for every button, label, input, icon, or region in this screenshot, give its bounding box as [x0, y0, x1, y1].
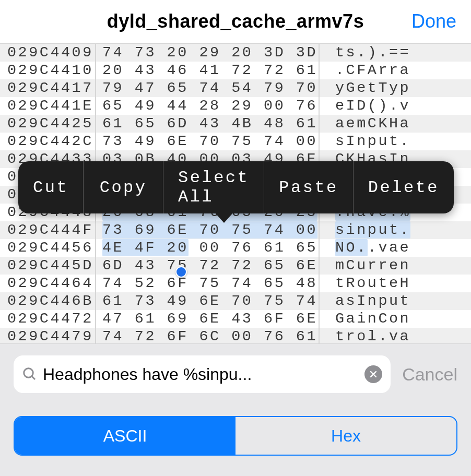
address-cell: 029C446B	[0, 292, 96, 310]
search-icon	[22, 366, 38, 382]
ascii-cell[interactable]: asInput	[320, 292, 410, 310]
page-title: dyld_shared_cache_armv7s	[107, 10, 364, 32]
paste-menu-item[interactable]: Paste	[264, 161, 353, 213]
address-cell: 029C4417	[0, 79, 96, 97]
address-cell: 029C4464	[0, 275, 96, 292]
hex-bytes-cell[interactable]: 4E 4F 20 00 76 61 65	[96, 239, 320, 257]
ascii-cell[interactable]: trol.va	[320, 328, 410, 343]
segment-ascii[interactable]: ASCII	[15, 417, 236, 455]
address-cell: 029C441E	[0, 97, 96, 115]
ascii-cell[interactable]: NO..vae	[320, 239, 410, 257]
address-cell: 029C4479	[0, 328, 96, 343]
hex-row[interactable]: 029C447974 72 6F 6C 00 76 61trol.va	[0, 328, 471, 343]
hex-row[interactable]: 029C445D6D 43 75 72 72 65 6EmCurren	[0, 257, 471, 275]
search-field-container[interactable]: Headphones have %sinpu...	[14, 355, 391, 393]
done-button[interactable]: Done	[411, 10, 456, 32]
svg-point-0	[24, 368, 33, 378]
address-cell: 029C4410	[0, 62, 96, 79]
svg-line-1	[32, 376, 35, 379]
hex-bytes-cell[interactable]: 73 49 6E 70 75 74 00	[96, 133, 320, 150]
hex-row[interactable]: 029C44564E 4F 20 00 76 61 65NO..vae	[0, 239, 471, 257]
context-menu-tail	[215, 212, 233, 223]
address-cell: 029C4456	[0, 239, 96, 257]
hex-bytes-cell[interactable]: 47 61 69 6E 43 6F 6E	[96, 310, 320, 328]
hex-row[interactable]: 029C444F73 69 6E 70 75 74 00sinput.	[0, 221, 471, 239]
hex-bytes-cell[interactable]: 6D 43 75 72 72 65 6E	[96, 257, 320, 275]
ascii-cell[interactable]: sInput.	[320, 133, 410, 150]
ascii-cell[interactable]: sinput.	[320, 221, 410, 239]
ascii-cell[interactable]: tRouteH	[320, 275, 410, 292]
ascii-cell[interactable]: .CFArra	[320, 62, 410, 79]
hex-bytes-cell[interactable]: 61 65 6D 43 4B 48 61	[96, 115, 320, 133]
clear-search-button[interactable]	[364, 365, 382, 383]
ascii-cell[interactable]: aemCKHa	[320, 115, 410, 133]
encoding-segmented-control: ASCII Hex	[14, 416, 457, 456]
cut-menu-item[interactable]: Cut	[18, 161, 83, 213]
delete-menu-item[interactable]: Delete	[353, 161, 454, 213]
hex-bytes-cell[interactable]: 79 47 65 74 54 79 70	[96, 79, 320, 97]
hex-viewer[interactable]: 029C440974 73 20 29 20 3D 3Dts.).==029C4…	[0, 43, 471, 343]
hex-bytes-cell[interactable]: 65 49 44 28 29 00 76	[96, 97, 320, 115]
hex-bytes-cell[interactable]: 74 72 6F 6C 00 76 61	[96, 328, 320, 343]
hex-row[interactable]: 029C440974 73 20 29 20 3D 3Dts.).==	[0, 44, 471, 62]
segment-hex[interactable]: Hex	[236, 417, 456, 455]
hex-row[interactable]: 029C441779 47 65 74 54 79 70yGetTyp	[0, 79, 471, 97]
address-cell: 029C4409	[0, 44, 96, 62]
hex-row[interactable]: 029C442C73 49 6E 70 75 74 00sInput.	[0, 133, 471, 150]
hex-bytes-cell[interactable]: 74 73 20 29 20 3D 3D	[96, 44, 320, 62]
hex-bytes-cell[interactable]: 74 52 6F 75 74 65 48	[96, 275, 320, 292]
hex-row[interactable]: 029C447247 61 69 6E 43 6F 6EGainCon	[0, 310, 471, 328]
address-cell: 029C442C	[0, 133, 96, 150]
ascii-cell[interactable]: mCurren	[320, 257, 410, 275]
hex-row[interactable]: 029C446474 52 6F 75 74 65 48tRouteH	[0, 275, 471, 292]
address-cell: 029C445D	[0, 257, 96, 275]
search-row: Headphones have %sinpu... Cancel	[14, 355, 457, 393]
context-menu: Cut Copy Select All Paste Delete	[18, 161, 454, 213]
ascii-cell[interactable]: eID().v	[320, 97, 410, 115]
hex-bytes-cell[interactable]: 73 69 6E 70 75 74 00	[96, 221, 320, 239]
hex-row[interactable]: 029C441E65 49 44 28 29 00 76eID().v	[0, 97, 471, 115]
selection-handle[interactable]	[175, 266, 187, 278]
hex-bytes-cell[interactable]: 61 73 49 6E 70 75 74	[96, 292, 320, 310]
select-all-menu-item[interactable]: Select All	[163, 161, 264, 213]
hex-row[interactable]: 029C442561 65 6D 43 4B 48 61aemCKHa	[0, 115, 471, 133]
search-input[interactable]: Headphones have %sinpu...	[43, 365, 364, 384]
copy-menu-item[interactable]: Copy	[83, 161, 163, 213]
hex-row[interactable]: 029C441020 43 46 41 72 72 61.CFArra	[0, 62, 471, 79]
address-cell: 029C444F	[0, 221, 96, 239]
cancel-button[interactable]: Cancel	[402, 364, 457, 385]
hex-row[interactable]: 029C446B61 73 49 6E 70 75 74asInput	[0, 292, 471, 310]
ascii-cell[interactable]: yGetTyp	[320, 79, 410, 97]
navigation-bar: dyld_shared_cache_armv7s Done	[0, 0, 471, 43]
address-cell: 029C4425	[0, 115, 96, 133]
ascii-cell[interactable]: GainCon	[320, 310, 410, 328]
hex-bytes-cell[interactable]: 20 43 46 41 72 72 61	[96, 62, 320, 79]
search-panel: Headphones have %sinpu... Cancel ASCII H…	[0, 343, 471, 476]
address-cell: 029C4472	[0, 310, 96, 328]
ascii-cell[interactable]: ts.).==	[320, 44, 410, 62]
